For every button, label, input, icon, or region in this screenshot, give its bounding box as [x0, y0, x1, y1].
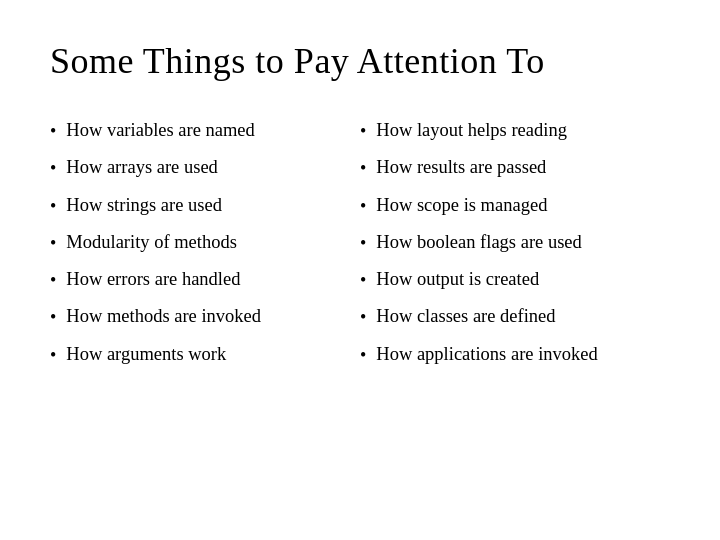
list-item: •How strings are used — [50, 193, 360, 218]
bullet-text: How layout helps reading — [376, 118, 670, 143]
content-area: •How variables are named•How arrays are … — [50, 118, 670, 510]
right-column: •How layout helps reading•How results ar… — [360, 118, 670, 510]
bullet-icon: • — [360, 119, 366, 143]
list-item: •How arguments work — [50, 342, 360, 367]
bullet-icon: • — [50, 231, 56, 255]
list-item: •How methods are invoked — [50, 304, 360, 329]
slide-title: Some Things to Pay Attention To — [50, 40, 670, 82]
left-column: •How variables are named•How arrays are … — [50, 118, 360, 510]
bullet-text: How results are passed — [376, 155, 670, 180]
bullet-icon: • — [360, 305, 366, 329]
list-item: •How results are passed — [360, 155, 670, 180]
list-item: •How scope is managed — [360, 193, 670, 218]
list-item: •How output is created — [360, 267, 670, 292]
bullet-text: How scope is managed — [376, 193, 670, 218]
bullet-text: Modularity of methods — [66, 230, 360, 255]
bullet-icon: • — [50, 156, 56, 180]
bullet-icon: • — [50, 305, 56, 329]
bullet-text: How methods are invoked — [66, 304, 360, 329]
bullet-text: How classes are defined — [376, 304, 670, 329]
bullet-text: How strings are used — [66, 193, 360, 218]
bullet-icon: • — [50, 268, 56, 292]
bullet-text: How variables are named — [66, 118, 360, 143]
bullet-icon: • — [360, 156, 366, 180]
list-item: •How errors are handled — [50, 267, 360, 292]
bullet-icon: • — [360, 231, 366, 255]
bullet-icon: • — [50, 343, 56, 367]
bullet-icon: • — [360, 268, 366, 292]
bullet-text: How arguments work — [66, 342, 360, 367]
bullet-text: How boolean flags are used — [376, 230, 670, 255]
list-item: •How variables are named — [50, 118, 360, 143]
list-item: •How boolean flags are used — [360, 230, 670, 255]
list-item: •How layout helps reading — [360, 118, 670, 143]
bullet-icon: • — [360, 194, 366, 218]
bullet-text: How arrays are used — [66, 155, 360, 180]
slide: Some Things to Pay Attention To •How var… — [0, 0, 720, 540]
bullet-text: How output is created — [376, 267, 670, 292]
bullet-text: How applications are invoked — [376, 342, 670, 367]
list-item: •How applications are invoked — [360, 342, 670, 367]
list-item: •How classes are defined — [360, 304, 670, 329]
list-item: •Modularity of methods — [50, 230, 360, 255]
bullet-icon: • — [50, 119, 56, 143]
bullet-text: How errors are handled — [66, 267, 360, 292]
list-item: •How arrays are used — [50, 155, 360, 180]
bullet-icon: • — [360, 343, 366, 367]
bullet-icon: • — [50, 194, 56, 218]
